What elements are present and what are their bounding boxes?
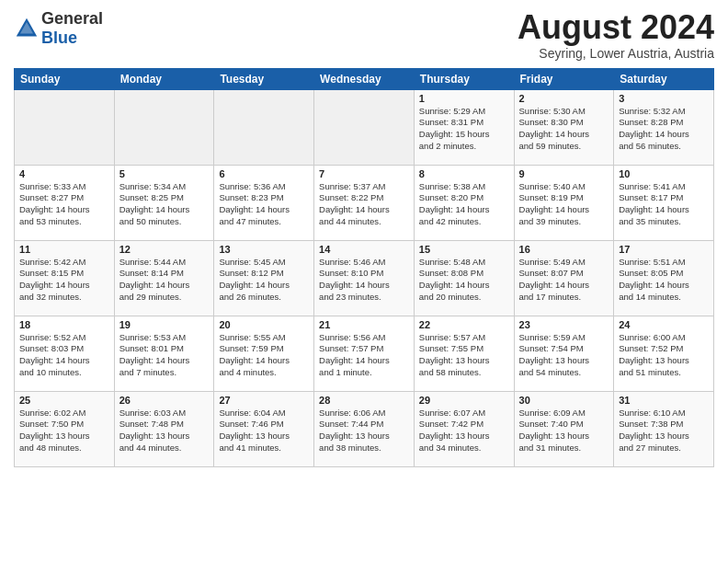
table-row: 18Sunrise: 5:52 AM Sunset: 8:03 PM Dayli… xyxy=(15,316,115,391)
day-info: Sunrise: 5:32 AM Sunset: 8:28 PM Dayligh… xyxy=(619,106,709,153)
title-block: August 2024 Seyring, Lower Austria, Aust… xyxy=(518,9,714,61)
table-row: 19Sunrise: 5:53 AM Sunset: 8:01 PM Dayli… xyxy=(114,316,214,391)
table-row: 11Sunrise: 5:42 AM Sunset: 8:15 PM Dayli… xyxy=(15,240,115,316)
table-row xyxy=(314,89,415,165)
table-row: 12Sunrise: 5:44 AM Sunset: 8:14 PM Dayli… xyxy=(114,240,214,316)
col-monday: Monday xyxy=(114,68,214,89)
day-number: 13 xyxy=(219,244,309,255)
table-row: 14Sunrise: 5:46 AM Sunset: 8:10 PM Dayli… xyxy=(314,240,415,316)
table-row: 23Sunrise: 5:59 AM Sunset: 7:54 PM Dayli… xyxy=(514,316,614,391)
logo-general: General xyxy=(41,9,103,28)
col-wednesday: Wednesday xyxy=(314,68,415,89)
day-number: 7 xyxy=(319,168,409,179)
day-number: 25 xyxy=(19,395,109,406)
table-row: 29Sunrise: 6:07 AM Sunset: 7:42 PM Dayli… xyxy=(414,391,514,466)
day-info: Sunrise: 5:36 AM Sunset: 8:23 PM Dayligh… xyxy=(219,181,309,228)
day-info: Sunrise: 6:09 AM Sunset: 7:40 PM Dayligh… xyxy=(519,408,609,454)
day-number: 19 xyxy=(119,319,210,330)
col-saturday: Saturday xyxy=(614,68,714,89)
table-row xyxy=(114,89,214,165)
table-row: 15Sunrise: 5:48 AM Sunset: 8:08 PM Dayli… xyxy=(414,240,514,316)
week-row-5: 25Sunrise: 6:02 AM Sunset: 7:50 PM Dayli… xyxy=(15,391,714,466)
day-info: Sunrise: 5:33 AM Sunset: 8:27 PM Dayligh… xyxy=(19,181,109,228)
day-number: 23 xyxy=(519,319,609,330)
day-number: 2 xyxy=(519,93,609,104)
table-row: 16Sunrise: 5:49 AM Sunset: 8:07 PM Dayli… xyxy=(514,240,614,316)
day-info: Sunrise: 5:42 AM Sunset: 8:15 PM Dayligh… xyxy=(19,257,109,304)
day-info: Sunrise: 5:34 AM Sunset: 8:25 PM Dayligh… xyxy=(119,181,210,228)
day-info: Sunrise: 5:49 AM Sunset: 8:07 PM Dayligh… xyxy=(519,257,609,304)
day-number: 16 xyxy=(519,244,609,255)
day-number: 31 xyxy=(619,395,709,406)
calendar-header-row: Sunday Monday Tuesday Wednesday Thursday… xyxy=(15,68,714,89)
table-row: 7Sunrise: 5:37 AM Sunset: 8:22 PM Daylig… xyxy=(314,165,415,240)
day-info: Sunrise: 5:53 AM Sunset: 8:01 PM Dayligh… xyxy=(119,332,210,379)
day-number: 26 xyxy=(119,395,210,406)
table-row: 21Sunrise: 5:56 AM Sunset: 7:57 PM Dayli… xyxy=(314,316,415,391)
day-number: 27 xyxy=(219,395,309,406)
day-number: 11 xyxy=(19,244,109,255)
table-row: 2Sunrise: 5:30 AM Sunset: 8:30 PM Daylig… xyxy=(514,89,614,165)
logo-blue: Blue xyxy=(41,29,77,47)
day-info: Sunrise: 5:46 AM Sunset: 8:10 PM Dayligh… xyxy=(319,257,409,304)
table-row: 20Sunrise: 5:55 AM Sunset: 7:59 PM Dayli… xyxy=(214,316,314,391)
logo-icon xyxy=(14,16,40,41)
table-row: 24Sunrise: 6:00 AM Sunset: 7:52 PM Dayli… xyxy=(614,316,714,391)
day-info: Sunrise: 6:06 AM Sunset: 7:44 PM Dayligh… xyxy=(319,408,409,454)
day-info: Sunrise: 5:56 AM Sunset: 7:57 PM Dayligh… xyxy=(319,332,409,379)
day-info: Sunrise: 6:02 AM Sunset: 7:50 PM Dayligh… xyxy=(19,408,109,454)
table-row: 31Sunrise: 6:10 AM Sunset: 7:38 PM Dayli… xyxy=(614,391,714,466)
month-year: August 2024 xyxy=(518,9,714,46)
day-number: 10 xyxy=(619,168,709,179)
table-row: 30Sunrise: 6:09 AM Sunset: 7:40 PM Dayli… xyxy=(514,391,614,466)
col-friday: Friday xyxy=(514,68,614,89)
table-row: 8Sunrise: 5:38 AM Sunset: 8:20 PM Daylig… xyxy=(414,165,514,240)
day-number: 20 xyxy=(219,319,309,330)
day-number: 15 xyxy=(419,244,509,255)
table-row: 4Sunrise: 5:33 AM Sunset: 8:27 PM Daylig… xyxy=(15,165,115,240)
day-number: 17 xyxy=(619,244,709,255)
table-row: 3Sunrise: 5:32 AM Sunset: 8:28 PM Daylig… xyxy=(614,89,714,165)
day-number: 22 xyxy=(419,319,509,330)
day-number: 12 xyxy=(119,244,210,255)
week-row-3: 11Sunrise: 5:42 AM Sunset: 8:15 PM Dayli… xyxy=(15,240,714,316)
day-info: Sunrise: 5:38 AM Sunset: 8:20 PM Dayligh… xyxy=(419,181,509,228)
table-row: 25Sunrise: 6:02 AM Sunset: 7:50 PM Dayli… xyxy=(15,391,115,466)
day-info: Sunrise: 5:40 AM Sunset: 8:19 PM Dayligh… xyxy=(519,181,609,228)
day-number: 4 xyxy=(19,168,109,179)
table-row: 27Sunrise: 6:04 AM Sunset: 7:46 PM Dayli… xyxy=(214,391,314,466)
day-info: Sunrise: 5:59 AM Sunset: 7:54 PM Dayligh… xyxy=(519,332,609,379)
table-row: 9Sunrise: 5:40 AM Sunset: 8:19 PM Daylig… xyxy=(514,165,614,240)
week-row-2: 4Sunrise: 5:33 AM Sunset: 8:27 PM Daylig… xyxy=(15,165,714,240)
col-tuesday: Tuesday xyxy=(214,68,314,89)
day-number: 29 xyxy=(419,395,509,406)
day-info: Sunrise: 5:52 AM Sunset: 8:03 PM Dayligh… xyxy=(19,332,109,379)
day-info: Sunrise: 5:44 AM Sunset: 8:14 PM Dayligh… xyxy=(119,257,210,304)
table-row: 1Sunrise: 5:29 AM Sunset: 8:31 PM Daylig… xyxy=(414,89,514,165)
day-number: 8 xyxy=(419,168,509,179)
table-row: 6Sunrise: 5:36 AM Sunset: 8:23 PM Daylig… xyxy=(214,165,314,240)
day-info: Sunrise: 5:29 AM Sunset: 8:31 PM Dayligh… xyxy=(419,106,509,153)
day-info: Sunrise: 5:51 AM Sunset: 8:05 PM Dayligh… xyxy=(619,257,709,304)
day-info: Sunrise: 6:03 AM Sunset: 7:48 PM Dayligh… xyxy=(119,408,210,454)
table-row: 28Sunrise: 6:06 AM Sunset: 7:44 PM Dayli… xyxy=(314,391,415,466)
day-info: Sunrise: 5:55 AM Sunset: 7:59 PM Dayligh… xyxy=(219,332,309,379)
day-info: Sunrise: 6:10 AM Sunset: 7:38 PM Dayligh… xyxy=(619,408,709,454)
day-number: 30 xyxy=(519,395,609,406)
table-row: 26Sunrise: 6:03 AM Sunset: 7:48 PM Dayli… xyxy=(114,391,214,466)
day-number: 9 xyxy=(519,168,609,179)
day-info: Sunrise: 5:30 AM Sunset: 8:30 PM Dayligh… xyxy=(519,106,609,153)
week-row-4: 18Sunrise: 5:52 AM Sunset: 8:03 PM Dayli… xyxy=(15,316,714,391)
day-info: Sunrise: 6:07 AM Sunset: 7:42 PM Dayligh… xyxy=(419,408,509,454)
page: General Blue August 2024 Seyring, Lower … xyxy=(0,0,728,563)
day-info: Sunrise: 5:48 AM Sunset: 8:08 PM Dayligh… xyxy=(419,257,509,304)
table-row xyxy=(214,89,314,165)
calendar: Sunday Monday Tuesday Wednesday Thursday… xyxy=(14,68,714,467)
header: General Blue August 2024 Seyring, Lower … xyxy=(14,9,714,61)
day-number: 1 xyxy=(419,93,509,104)
day-number: 21 xyxy=(319,319,409,330)
day-info: Sunrise: 5:37 AM Sunset: 8:22 PM Dayligh… xyxy=(319,181,409,228)
day-info: Sunrise: 5:41 AM Sunset: 8:17 PM Dayligh… xyxy=(619,181,709,228)
day-number: 24 xyxy=(619,319,709,330)
logo: General Blue xyxy=(14,9,103,48)
